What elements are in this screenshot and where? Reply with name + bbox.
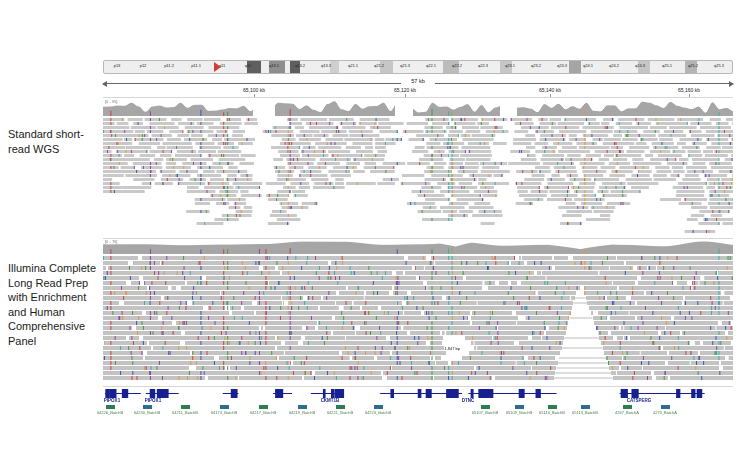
ruler-span-line-left [103,83,401,84]
ideogram-band-label: q25.1 [662,63,672,68]
ideogram-band [569,61,582,73]
probe-box[interactable] [336,405,345,409]
probe-label: 64221_BatchB [327,410,353,415]
ideogram-band-label: q23.2 [531,63,541,68]
track-divider [103,238,733,239]
probe-label: 65107_BatchB [472,410,498,415]
gene-name-row: PIPOX1PIPOX1CKMT1BDTNCCATSPERG [103,398,733,405]
ideogram-band-label: q22.3 [478,63,488,68]
probe-box[interactable] [661,405,670,409]
probe-label: 64230_BatchB [134,410,160,415]
ruler-tick-label: 65,100 kb [243,87,265,93]
short-read-coverage-canvas[interactable] [103,100,733,116]
probe-box[interactable] [143,405,152,409]
probe-box[interactable] [548,405,557,409]
probe-label: 65109_BatchB [506,410,532,415]
ideogram-band-label: q21.1 [348,63,358,68]
deletion-size-label: 1,847 bp [444,346,461,351]
ideogram-band-label: q25.2 [688,63,698,68]
ideogram-band-label: q13.3 [321,63,331,68]
long-read-alignments-canvas[interactable] [103,256,733,384]
ideogram-band-label: q25.3 [714,63,724,68]
probe-label: 64211_BatchB [172,410,198,415]
ruler-tick-label: 65,160 kb [678,87,700,93]
gene-label: PIPOX1 [104,398,120,403]
ideogram-band-label: p13 [114,63,121,68]
probe-label: 64219_BatchB [289,410,315,415]
probe-box[interactable] [298,405,307,409]
ideogram-band-label: q22.1 [426,63,436,68]
probe-label: 64217_BatchB [250,410,276,415]
probe-box[interactable] [581,405,590,409]
track1-side-label: Standard short-read WGS [8,127,100,156]
probe-label: 4270_BatchA [653,410,677,415]
ruler-span-label: 57 kb [410,78,426,84]
ruler-span-line-right [435,83,733,84]
probe-label: 64223_BatchB [365,410,391,415]
probe-label: 4267_BatchA [615,410,639,415]
probe-label: 65110_BatchB [539,410,565,415]
probe-box[interactable] [220,405,229,409]
short-read-alignments-canvas[interactable] [103,118,733,236]
long-read-coverage-canvas[interactable] [103,240,733,254]
ideogram-band-label: q13.1 [269,63,279,68]
probe-box[interactable] [106,405,115,409]
coverage-range-label-2: [0 - 70] [105,239,117,244]
gene-label: CKMT1B [320,398,339,403]
ruler-tick-label: 65,120 kb [394,87,416,93]
ideogram-band-label: q21.3 [400,63,410,68]
probe-label: 65113_BatchB [572,410,598,415]
ruler-ticks[interactable]: 65,100 kb65,120 kb65,140 kb65,160 kb [103,87,733,97]
ideogram-band-label: q23.1 [505,63,515,68]
ideogram-band-label: q24.2 [609,63,619,68]
track-divider [103,97,733,98]
ideogram-view-marker [214,62,221,72]
ideogram-band [330,61,339,73]
gene-label: DTNC [462,398,475,403]
ideogram-band-label: p12 [140,63,147,68]
probe-box[interactable] [374,405,383,409]
ideogram-band-label: q24.3 [635,63,645,68]
ideogram-band-label: q23.3 [557,63,567,68]
track-divider [103,386,733,387]
coverage-range-label-1: [0 - 95] [105,99,117,104]
ideogram-band-label: q13.2 [295,63,305,68]
probe-box[interactable] [481,405,490,409]
gene-label: PIPOX1 [145,398,161,403]
ideogram-band-label: q21.2 [374,63,384,68]
probe-label: 64226_BatchB [97,410,123,415]
probe-box[interactable] [623,405,632,409]
ideogram-band-label: q24.1 [583,63,593,68]
panel-probe-track[interactable]: 64226_BatchB64230_BatchB64211_BatchB6417… [103,405,733,419]
chromosome-ideogram[interactable]: p13p12p11.2p11.1q11q12q13.1q13.2q13.3q21… [103,60,733,74]
ruler-tick-label: 65,140 kb [539,87,561,93]
probe-box[interactable] [259,405,268,409]
probe-box[interactable] [181,405,190,409]
ideogram-band-label: q12 [245,63,252,68]
probe-box[interactable] [515,405,524,409]
ideogram-band-label: p11.1 [191,63,201,68]
ideogram-band-label: p11.2 [165,63,175,68]
ideogram-band-label: q22.2 [452,63,462,68]
track2-side-label: Illumina Complete Long Read Prep with En… [8,261,100,348]
probe-label: 64174_BatchB [211,410,237,415]
gene-label: CATSPERG [626,398,651,403]
